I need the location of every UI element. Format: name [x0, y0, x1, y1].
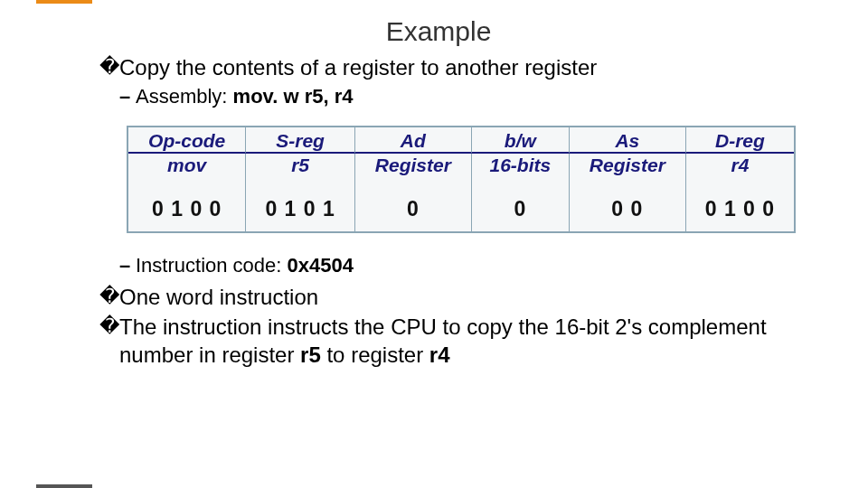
code-assembly: mov. w r5, r4 [233, 85, 354, 108]
val-bw: 0 [472, 183, 570, 231]
val-ad: 0 [355, 183, 472, 231]
bullet-icon: � [99, 314, 119, 339]
encoding-table: Op-code S-reg Ad b/w As D-reg mov r5 Reg… [127, 126, 796, 233]
val-dreg: 0 1 0 0 [686, 183, 794, 231]
sub-opcode: mov [128, 154, 246, 183]
th-sreg: S-reg [246, 127, 354, 154]
text-mid: to register [321, 343, 429, 367]
sub-as: Register [570, 154, 686, 183]
bullet-icon: � [99, 54, 119, 80]
subbullet-instrcode: – Instruction code: 0x4504 [119, 253, 823, 278]
accent-bar-bottom [36, 484, 92, 488]
accent-bar-top [36, 0, 92, 4]
val-sreg: 0 1 0 1 [246, 183, 354, 231]
table-header-row: Op-code S-reg Ad b/w As D-reg [128, 127, 794, 154]
label-instrcode: Instruction code: [136, 254, 288, 277]
encoding-table-wrap: Op-code S-reg Ad b/w As D-reg mov r5 Reg… [127, 126, 823, 233]
reg-dst: r4 [429, 343, 450, 367]
bullet-text: Copy the contents of a register to anoth… [119, 54, 823, 82]
sub-dreg: r4 [686, 154, 794, 183]
bullet-icon: � [99, 284, 119, 309]
sub-ad: Register [355, 154, 472, 183]
code-hex: 0x4504 [288, 254, 354, 277]
th-as: As [570, 127, 686, 154]
sub-bw: 16-bits [472, 154, 570, 183]
slide-content: � Copy the contents of a register to ano… [99, 54, 823, 370]
bullet-cpu-copy: � The instruction instructs the CPU to c… [99, 314, 823, 369]
dash-icon: – [119, 253, 136, 278]
th-bw: b/w [472, 127, 570, 154]
val-opcode: 0 1 0 0 [128, 183, 246, 231]
slide-title: Example [36, 16, 841, 47]
subbullet-text: Instruction code: 0x4504 [136, 253, 823, 278]
dash-icon: – [119, 84, 136, 109]
table-sub-row: mov r5 Register 16-bits Register r4 [128, 154, 794, 183]
slide: Example � Copy the contents of a registe… [0, 0, 868, 488]
th-opcode: Op-code [128, 127, 246, 154]
reg-src: r5 [300, 343, 321, 367]
bullet-one-word: � One word instruction [99, 284, 823, 312]
val-as: 0 0 [570, 183, 686, 231]
th-dreg: D-reg [686, 127, 794, 154]
bullet-text: The instruction instructs the CPU to cop… [119, 314, 823, 369]
table-value-row: 0 1 0 0 0 1 0 1 0 0 0 0 0 1 0 0 [128, 183, 794, 231]
bullet-text: One word instruction [119, 284, 823, 312]
subbullet-text: Assembly: mov. w r5, r4 [136, 84, 823, 109]
sub-sreg: r5 [246, 154, 354, 183]
subbullet-assembly: – Assembly: mov. w r5, r4 [119, 84, 823, 109]
bullet-copy-register: � Copy the contents of a register to ano… [99, 54, 823, 82]
th-ad: Ad [355, 127, 472, 154]
label-assembly: Assembly: [136, 85, 233, 108]
